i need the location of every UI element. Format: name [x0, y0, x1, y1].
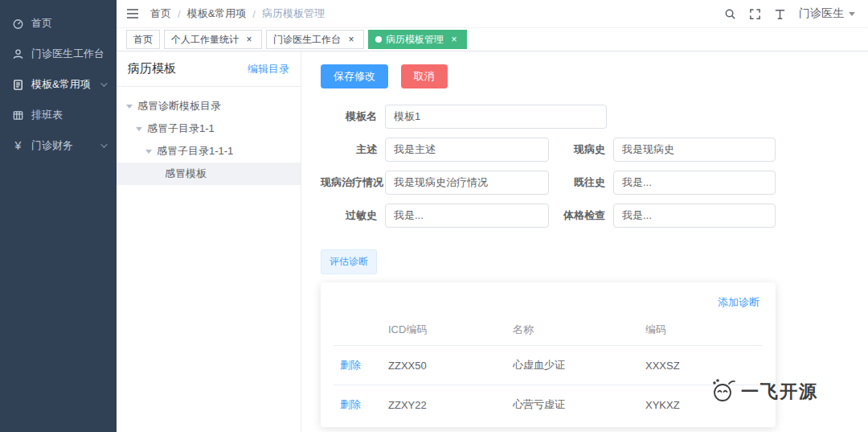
navbar-actions: 门诊医生 — [724, 6, 855, 21]
editor-actions: 保存修改 取消 — [321, 64, 868, 88]
chevron-down-icon — [100, 80, 107, 86]
tree-panel-title: 病历模板 — [128, 61, 176, 76]
diagnosis-name-cell: 心虚血少证 — [506, 346, 639, 385]
close-icon[interactable]: × — [244, 34, 255, 45]
content: 病历模板 编辑目录 感冒诊断模板目录 感冒子目录1-1 感冒子目录1-1-1 — [117, 51, 868, 432]
dashboard-icon — [11, 18, 25, 30]
cancel-button[interactable]: 取消 — [401, 64, 448, 88]
diagnosis-name-cell: 心营亏虚证 — [506, 385, 639, 425]
search-icon[interactable] — [724, 8, 736, 20]
caret-down-icon — [849, 12, 855, 16]
tab-record-template-management[interactable]: 病历模板管理 × — [368, 30, 467, 49]
name-column-header: 名称 — [506, 315, 639, 346]
allergy-history-input[interactable] — [385, 204, 549, 228]
template-name-label: 模板名 — [321, 105, 385, 129]
caret-down-icon[interactable] — [136, 127, 142, 131]
form-row: 过敏史 体格检查 — [321, 204, 776, 228]
tree-node-label: 感冒子目录1-1 — [147, 121, 215, 136]
tab-label: 病历模板管理 — [386, 33, 444, 47]
chevron-down-icon — [100, 141, 107, 147]
table-row: 删除 ZZXX50 心虚血少证 XXXSZ — [334, 346, 763, 385]
sidebar-item-label: 门诊财务 — [31, 138, 73, 153]
physical-exam-input[interactable] — [613, 204, 776, 228]
sidebar-item-templates[interactable]: 模板&常用项 — [0, 69, 117, 100]
sidebar-item-label: 排班表 — [31, 108, 63, 122]
code-column-header: 编码 — [639, 315, 763, 346]
close-icon[interactable]: × — [346, 34, 357, 45]
present-illness-input[interactable] — [613, 138, 776, 162]
delete-diagnosis-button[interactable]: 删除 — [340, 359, 361, 371]
table-row: 删除 ZZXY22 心营亏虚证 XYKXZ — [334, 385, 763, 425]
schedule-icon — [11, 109, 25, 121]
navbar: 首页 / 模板&常用项 / 病历模板管理 门诊医生 — [117, 0, 868, 27]
app-root: 首页 门诊医生工作台 模板&常用项 排班表 ¥ 门诊财务 — [0, 0, 868, 432]
allergy-history-label: 过敏史 — [321, 204, 385, 228]
template-tree: 感冒诊断模板目录 感冒子目录1-1 感冒子目录1-1-1 感冒模板 — [117, 87, 301, 193]
breadcrumb: 首页 / 模板&常用项 / 病历模板管理 — [150, 6, 325, 21]
tree-node-selected[interactable]: 感冒模板 — [117, 163, 301, 185]
save-button[interactable]: 保存修改 — [321, 64, 388, 88]
sidebar-item-label: 门诊医生工作台 — [31, 47, 104, 61]
edit-directory-button[interactable]: 编辑目录 — [248, 62, 289, 76]
tab-label: 个人工作量统计 — [171, 33, 239, 47]
breadcrumb-item-current: 病历模板管理 — [262, 6, 325, 21]
template-name-input[interactable] — [385, 105, 607, 129]
tree-node[interactable]: 感冒诊断模板目录 — [117, 95, 301, 117]
tree-node-label: 感冒子目录1-1-1 — [157, 144, 233, 158]
watermark-logo-icon — [707, 376, 738, 406]
font-size-icon[interactable] — [774, 8, 786, 20]
template-editor: 保存修改 取消 模板名 主述 现病史 现病治疗情况 — [301, 51, 868, 432]
caret-down-icon[interactable] — [145, 150, 152, 154]
sidebar-item-doctor-workbench[interactable]: 门诊医生工作台 — [0, 39, 117, 69]
tab-assessment-diagnosis[interactable]: 评估诊断 — [321, 249, 377, 274]
user-dropdown[interactable]: 门诊医生 — [799, 6, 855, 21]
sidebar-item-label: 模板&常用项 — [31, 77, 91, 92]
breadcrumb-separator: / — [178, 8, 181, 20]
sidebar: 首页 门诊医生工作台 模板&常用项 排班表 ¥ 门诊财务 — [0, 0, 117, 432]
main-column: 首页 / 模板&常用项 / 病历模板管理 门诊医生 — [117, 0, 868, 432]
tree-node[interactable]: 感冒子目录1-1-1 — [117, 140, 301, 163]
template-form: 模板名 主述 现病史 现病治疗情况 既往史 — [321, 105, 776, 228]
chief-complaint-input[interactable] — [385, 138, 549, 162]
tab-personal-workload-stats[interactable]: 个人工作量统计 × — [164, 30, 262, 49]
breadcrumb-item-templates[interactable]: 模板&常用项 — [187, 6, 247, 21]
username-label: 门诊医生 — [799, 6, 844, 21]
tree-node[interactable]: 感冒子目录1-1 — [117, 117, 301, 140]
physical-exam-label: 体格检查 — [560, 204, 613, 228]
close-icon[interactable]: × — [448, 34, 460, 45]
action-column-header — [334, 315, 382, 346]
breadcrumb-item-home[interactable]: 首页 — [150, 6, 171, 21]
icd-code-column-header: ICD编码 — [382, 315, 506, 346]
tab-label: 首页 — [133, 33, 153, 47]
diagnosis-card-header: 添加诊断 — [334, 294, 763, 315]
template-icon — [11, 79, 25, 91]
icd-code-cell: ZZXY22 — [382, 385, 506, 425]
add-diagnosis-button[interactable]: 添加诊断 — [718, 296, 760, 308]
diagnosis-table: ICD编码 名称 编码 删除 ZZXX50 心虚血少证 XXXSZ — [334, 315, 763, 424]
tree-node-label: 感冒模板 — [165, 167, 207, 181]
fullscreen-icon[interactable] — [749, 8, 761, 20]
icd-code-cell: ZZXX50 — [382, 346, 506, 385]
breadcrumb-separator: / — [252, 8, 256, 20]
tree-panel-header: 病历模板 编辑目录 — [117, 51, 301, 87]
sidebar-item-schedule[interactable]: 排班表 — [0, 100, 117, 130]
table-header-row: ICD编码 名称 编码 — [334, 315, 763, 346]
sidebar-toggle-icon[interactable] — [126, 8, 139, 19]
past-history-input[interactable] — [613, 171, 776, 195]
tab-home[interactable]: 首页 — [126, 30, 160, 49]
sidebar-item-home[interactable]: 首页 — [0, 8, 117, 39]
finance-icon: ¥ — [11, 140, 25, 151]
past-history-label: 既往史 — [560, 171, 613, 195]
tree-node-label: 感冒诊断模板目录 — [137, 99, 221, 113]
chief-complaint-label: 主述 — [321, 138, 385, 162]
delete-diagnosis-button[interactable]: 删除 — [340, 398, 361, 410]
treatment-status-input[interactable] — [385, 171, 549, 195]
watermark: 一飞开源 — [707, 376, 818, 406]
tags-view-bar: 首页 个人工作量统计 × 门诊医生工作台 × 病历模板管理 × — [117, 27, 868, 51]
sidebar-item-finance[interactable]: ¥ 门诊财务 — [0, 130, 117, 161]
caret-down-icon[interactable] — [126, 105, 133, 109]
tab-doctor-workbench[interactable]: 门诊医生工作台 × — [266, 30, 364, 49]
present-illness-label: 现病史 — [560, 138, 613, 162]
tab-label: 门诊医生工作台 — [273, 33, 341, 47]
active-dot — [375, 36, 382, 43]
